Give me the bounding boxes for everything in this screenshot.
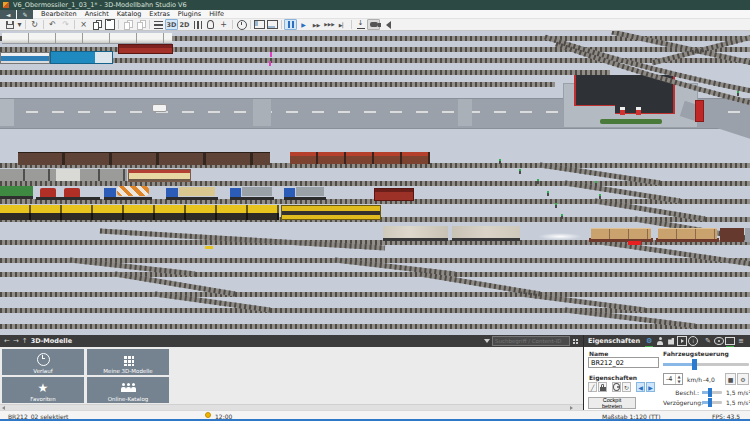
locomotive-red[interactable] — [118, 44, 173, 54]
paste-button[interactable] — [103, 19, 116, 30]
speed-slider[interactable] — [663, 363, 749, 366]
flatcar-truck-gray[interactable] — [230, 185, 274, 200]
delete-button[interactable]: × — [77, 19, 90, 30]
animation-tab-icon[interactable] — [677, 336, 687, 346]
flatcar-tractors[interactable] — [36, 186, 100, 200]
measure-icon[interactable]: ╱ — [588, 382, 597, 392]
download-button[interactable]: ↓ — [354, 19, 367, 30]
faster-forward-button[interactable]: ▶▶▶ — [323, 19, 336, 30]
signal-green[interactable] — [537, 179, 539, 184]
lock-icon[interactable] — [598, 382, 607, 392]
selection-marker-red[interactable] — [628, 241, 641, 245]
train-brown-boxcars[interactable] — [18, 152, 270, 165]
redo-button[interactable]: ↷ — [59, 19, 72, 30]
group-button[interactable] — [121, 19, 134, 30]
menu-ansicht[interactable]: Ansicht — [81, 10, 113, 18]
edit-mode-button[interactable]: ✎ — [17, 10, 33, 19]
signal-green[interactable] — [555, 203, 557, 208]
speed-spinbox[interactable]: -4 ▲▼ — [663, 373, 683, 385]
columns-view-button[interactable] — [191, 19, 204, 30]
rotate-icon[interactable]: ↻ — [622, 382, 631, 392]
nav-up-icon[interactable]: ↑ — [22, 337, 28, 345]
spin-arrows-icon[interactable]: ▲▼ — [675, 374, 682, 384]
ungroup-button[interactable] — [134, 19, 147, 30]
train-white-passenger[interactable] — [2, 33, 172, 43]
nav-forward-icon[interactable]: → — [13, 337, 19, 345]
save-dropdown-icon[interactable]: ▾ — [16, 19, 23, 30]
tile-meine-3d-modelle[interactable]: Meine 3D-Modelle — [87, 349, 169, 375]
fast-forward-button[interactable]: ▶▶ — [310, 19, 323, 30]
train-rust-hoppers[interactable] — [290, 152, 430, 164]
undo-button[interactable]: ↶ — [46, 19, 59, 30]
stop-button[interactable]: ■ — [725, 373, 736, 385]
signal-green[interactable] — [547, 191, 549, 196]
tank-car-white[interactable] — [56, 169, 80, 181]
clock-icon[interactable] — [205, 412, 211, 418]
couple-right-icon[interactable]: ▶ — [646, 382, 655, 392]
sound-button[interactable] — [380, 19, 393, 30]
signal-green[interactable] — [499, 159, 501, 164]
signal-green[interactable] — [519, 169, 521, 174]
boxcar-brown[interactable] — [720, 228, 744, 242]
add-button[interactable]: + — [217, 19, 230, 30]
back-button[interactable]: ◄ — [0, 10, 16, 19]
locomotive-yellow[interactable] — [281, 205, 381, 220]
filter-icon[interactable] — [484, 339, 490, 343]
timer-button[interactable] — [235, 19, 248, 30]
panel-left-button[interactable] — [253, 19, 266, 30]
tile-online-katalog[interactable]: Online-Katalog — [87, 377, 169, 403]
viewport-3d[interactable] — [0, 31, 750, 335]
train-yellow-hoppers[interactable] — [0, 205, 279, 220]
flatcar-mixer-truck[interactable] — [104, 185, 152, 200]
settings-button[interactable]: ⚙ — [737, 373, 749, 385]
locomotive-blue[interactable] — [50, 51, 113, 64]
accel-slider[interactable] — [702, 391, 722, 394]
flatcar-truck-gray[interactable] — [284, 185, 326, 200]
person-tab-icon[interactable] — [655, 336, 665, 346]
tile-verlauf[interactable]: Verlauf — [2, 349, 84, 375]
decel-slider[interactable] — [702, 401, 722, 404]
edit-icon[interactable]: ✎ — [703, 336, 713, 346]
visible-icon[interactable] — [612, 382, 621, 392]
boxcar-weathered-white[interactable] — [383, 226, 448, 241]
layer-list-button[interactable] — [152, 19, 165, 30]
flatcar-crates[interactable] — [589, 228, 653, 242]
panel-bottom-button[interactable] — [266, 19, 279, 30]
wagon-green[interactable] — [0, 186, 33, 199]
name-input[interactable] — [588, 357, 659, 368]
signal-green[interactable] — [561, 214, 563, 219]
skip-to-end-button[interactable]: ▶▏ — [336, 19, 349, 30]
couple-left-icon[interactable]: ◀ — [636, 382, 645, 392]
menu-hilfe[interactable]: Hilfe — [205, 10, 228, 18]
search-input[interactable] — [492, 336, 570, 346]
info-tab-icon[interactable]: i — [688, 336, 698, 346]
play-button[interactable]: ▶ — [297, 19, 310, 30]
signal-green[interactable] — [599, 194, 601, 199]
wagon-gray[interactable] — [745, 228, 750, 242]
signal-green[interactable] — [595, 181, 597, 186]
marker-yellow[interactable] — [205, 246, 213, 249]
tile-favoriten[interactable]: ★ Favoriten — [2, 377, 84, 403]
flatcar-crates[interactable] — [656, 228, 719, 242]
view-3d-button[interactable]: 3D — [165, 19, 178, 30]
signal-green[interactable] — [737, 91, 739, 96]
link-window-icon[interactable] — [725, 336, 735, 346]
train-blue-white-car[interactable] — [0, 52, 50, 64]
copy-button[interactable] — [90, 19, 103, 30]
menu-katalog[interactable]: Katalog — [113, 10, 146, 18]
locomotive-cream-red[interactable] — [128, 169, 191, 182]
light-button[interactable] — [204, 19, 217, 30]
menu-extras[interactable]: Extras — [145, 10, 174, 18]
boxcar-weathered-white[interactable] — [452, 226, 520, 241]
locomotive-red-2[interactable] — [374, 188, 414, 201]
menu-plugins[interactable]: Plugins — [174, 10, 205, 18]
nav-back-icon[interactable]: ← — [4, 337, 10, 345]
cockpit-button[interactable]: Cockpit betreten — [588, 397, 636, 409]
gear-tab-icon[interactable]: ⚙ — [644, 336, 654, 346]
view-grid-icon[interactable] — [572, 338, 579, 345]
signal-magenta[interactable] — [270, 52, 272, 57]
menu-bearbeiten[interactable]: Bearbeiten — [37, 10, 81, 18]
visibility-icon[interactable] — [714, 336, 724, 346]
signal-magenta[interactable] — [269, 61, 271, 66]
pause-button[interactable] — [284, 19, 297, 30]
